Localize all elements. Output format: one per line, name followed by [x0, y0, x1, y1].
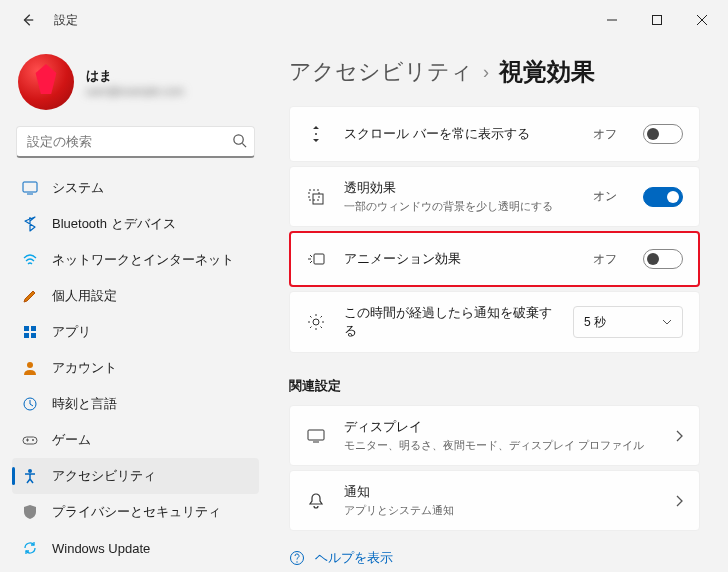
nav-label: Windows Update	[52, 541, 150, 556]
scrollbar-icon	[306, 125, 326, 143]
setting-scrollbar: スクロール バーを常に表示する オフ	[289, 106, 700, 162]
clock-icon	[22, 396, 38, 412]
setting-transparency: 透明効果 一部のウィンドウの背景を少し透明にする オン	[289, 166, 700, 227]
related-notifications[interactable]: 通知 アプリとシステム通知	[289, 470, 700, 531]
back-button[interactable]	[16, 8, 40, 32]
svg-point-12	[315, 133, 317, 135]
setting-dismiss-notifications: この時間が経過したら通知を破棄する 5 秒	[289, 291, 700, 353]
svg-rect-14	[313, 194, 323, 204]
setting-subtitle: 一部のウィンドウの背景を少し透明にする	[344, 199, 575, 214]
nav-label: Bluetooth とデバイス	[52, 215, 176, 233]
close-icon	[697, 15, 707, 25]
svg-point-11	[28, 469, 32, 473]
setting-title: 透明効果	[344, 179, 575, 197]
bell-icon	[306, 492, 326, 510]
minimize-button[interactable]	[589, 5, 634, 35]
nav-bluetooth[interactable]: Bluetooth とデバイス	[12, 206, 259, 242]
nav-privacy[interactable]: プライバシーとセキュリティ	[12, 494, 259, 530]
display-icon	[306, 428, 326, 444]
nav-time-language[interactable]: 時刻と言語	[12, 386, 259, 422]
accessibility-icon	[22, 468, 38, 484]
svg-point-16	[313, 319, 319, 325]
related-display[interactable]: ディスプレイ モニター、明るさ、夜間モード、ディスプレイ プロファイル	[289, 405, 700, 466]
dismiss-time-select[interactable]: 5 秒	[573, 306, 683, 338]
close-button[interactable]	[679, 5, 724, 35]
breadcrumb-separator: ›	[483, 62, 489, 83]
setting-subtitle: アプリとシステム通知	[344, 503, 657, 518]
back-arrow-icon	[21, 13, 35, 27]
svg-point-1	[234, 135, 243, 144]
title-bar: 設定	[0, 0, 728, 40]
select-value: 5 秒	[584, 314, 606, 331]
svg-rect-3	[24, 326, 29, 331]
svg-point-10	[32, 439, 34, 441]
nav-label: 個人用設定	[52, 287, 117, 305]
search-field[interactable]	[16, 126, 255, 158]
nav-windows-update[interactable]: Windows Update	[12, 530, 259, 566]
nav-personalization[interactable]: 個人用設定	[12, 278, 259, 314]
network-icon	[22, 252, 38, 268]
help-link-row: ヘルプを表示	[289, 535, 700, 572]
setting-title: スクロール バーを常に表示する	[344, 125, 575, 143]
svg-rect-15	[314, 254, 324, 264]
search-input[interactable]	[16, 126, 255, 158]
username-label: はま	[86, 67, 184, 85]
chevron-down-icon	[662, 319, 672, 325]
nav-gaming[interactable]: ゲーム	[12, 422, 259, 458]
breadcrumb-parent[interactable]: アクセシビリティ	[289, 57, 473, 87]
animation-toggle[interactable]	[643, 249, 683, 269]
svg-point-19	[296, 561, 297, 562]
nav-label: 時刻と言語	[52, 395, 117, 413]
profile-section[interactable]: はま user@example.com	[12, 46, 259, 122]
svg-rect-13	[309, 190, 319, 200]
svg-rect-0	[652, 16, 661, 25]
update-icon	[22, 540, 38, 556]
setting-title: ディスプレイ	[344, 418, 657, 436]
help-icon	[289, 550, 305, 566]
breadcrumbs: アクセシビリティ › 視覚効果	[289, 56, 700, 88]
svg-rect-6	[31, 333, 36, 338]
nav-label: ゲーム	[52, 431, 91, 449]
nav-network[interactable]: ネットワークとインターネット	[12, 242, 259, 278]
setting-subtitle: モニター、明るさ、夜間モード、ディスプレイ プロファイル	[344, 438, 657, 453]
svg-rect-2	[23, 182, 37, 192]
nav-label: プライバシーとセキュリティ	[52, 503, 221, 521]
toggle-state-label: オフ	[593, 126, 617, 143]
setting-title: アニメーション効果	[344, 250, 575, 268]
minimize-icon	[607, 15, 617, 25]
nav-accounts[interactable]: アカウント	[12, 350, 259, 386]
avatar	[18, 54, 74, 110]
nav-apps[interactable]: アプリ	[12, 314, 259, 350]
nav-system[interactable]: システム	[12, 170, 259, 206]
window-title: 設定	[54, 12, 78, 29]
apps-icon	[22, 324, 38, 340]
transparency-toggle[interactable]	[643, 187, 683, 207]
chevron-right-icon	[675, 430, 683, 442]
transparency-icon	[306, 188, 326, 206]
svg-rect-9	[23, 437, 37, 444]
svg-rect-4	[31, 326, 36, 331]
setting-title: この時間が経過したら通知を破棄する	[344, 304, 555, 340]
animation-icon	[306, 251, 326, 267]
content-area: アクセシビリティ › 視覚効果 スクロール バーを常に表示する オフ 透明効果 …	[265, 40, 728, 572]
nav-accessibility[interactable]: アクセシビリティ	[12, 458, 259, 494]
system-icon	[22, 180, 38, 196]
nav-label: アプリ	[52, 323, 91, 341]
setting-animation: アニメーション効果 オフ	[289, 231, 700, 287]
toggle-state-label: オン	[593, 188, 617, 205]
nav-label: ネットワークとインターネット	[52, 251, 234, 269]
bluetooth-icon	[22, 216, 38, 232]
page-title: 視覚効果	[499, 56, 595, 88]
nav-label: アカウント	[52, 359, 117, 377]
toggle-state-label: オフ	[593, 251, 617, 268]
search-icon	[232, 133, 247, 148]
help-link[interactable]: ヘルプを表示	[315, 549, 393, 567]
svg-rect-5	[24, 333, 29, 338]
related-heading: 関連設定	[289, 377, 700, 395]
scrollbar-toggle[interactable]	[643, 124, 683, 144]
email-label: user@example.com	[86, 85, 184, 97]
nav-label: システム	[52, 179, 104, 197]
gaming-icon	[22, 432, 38, 448]
svg-rect-17	[308, 430, 324, 440]
maximize-button[interactable]	[634, 5, 679, 35]
